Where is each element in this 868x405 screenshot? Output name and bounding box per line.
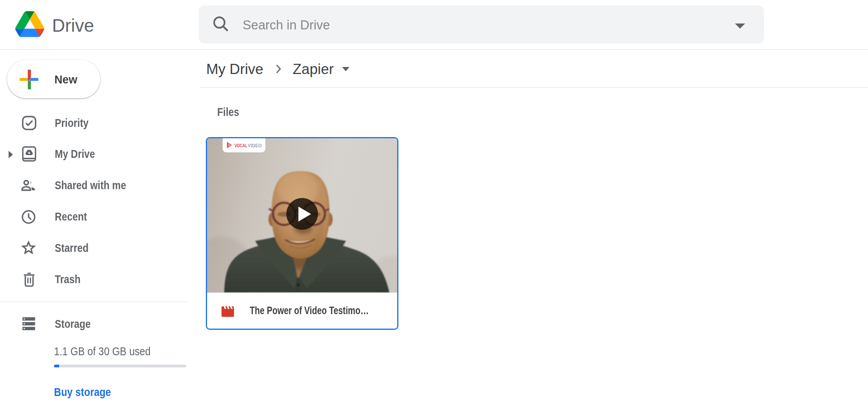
svg-text:VIDEO: VIDEO [248, 143, 262, 148]
svg-text:VOCAL: VOCAL [234, 143, 247, 148]
